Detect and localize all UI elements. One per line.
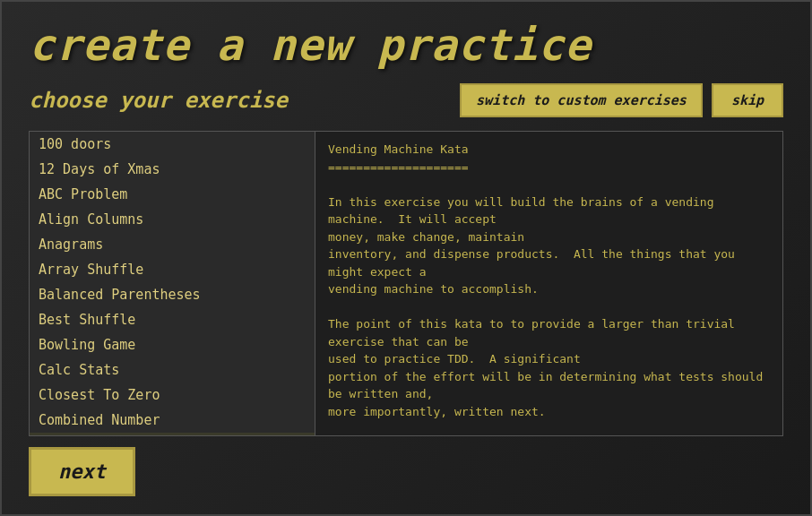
exercise-list[interactable]: 100 doors12 Days of XmasABC ProblemAlign… xyxy=(29,131,315,436)
list-item[interactable]: Calc Stats xyxy=(30,357,315,383)
page-container: create a new practice choose your exerci… xyxy=(0,0,812,516)
list-item[interactable]: 12 Days of Xmas xyxy=(30,157,315,182)
list-item[interactable]: Align Columns xyxy=(30,207,315,232)
list-item[interactable]: Closest To Zero xyxy=(30,383,315,408)
page-title: create a new practice xyxy=(29,20,783,70)
bottom-bar: next xyxy=(29,447,783,496)
list-item[interactable]: Array Shuffle xyxy=(30,257,315,282)
skip-button[interactable]: skip xyxy=(712,83,783,117)
list-item[interactable]: Bowling Game xyxy=(30,332,315,357)
button-group: switch to custom exercises skip xyxy=(460,83,783,117)
list-item[interactable]: 100 doors xyxy=(30,132,315,157)
list-item[interactable]: Count Coins xyxy=(30,433,315,436)
list-item[interactable]: Balanced Parentheses xyxy=(30,282,315,307)
list-item[interactable]: Combined Number xyxy=(30,408,315,433)
list-item[interactable]: ABC Problem xyxy=(30,182,315,207)
subtitle: choose your exercise xyxy=(29,88,288,113)
list-item[interactable]: Best Shuffle xyxy=(30,307,315,332)
main-area: 100 doors12 Days of XmasABC ProblemAlign… xyxy=(29,131,783,436)
description-area[interactable]: Vending Machine Kata ===================… xyxy=(315,131,783,436)
next-button[interactable]: next xyxy=(29,447,135,496)
subtitle-row: choose your exercise switch to custom ex… xyxy=(29,83,783,117)
list-item[interactable]: Anagrams xyxy=(30,232,315,257)
custom-exercises-button[interactable]: switch to custom exercises xyxy=(460,83,703,117)
